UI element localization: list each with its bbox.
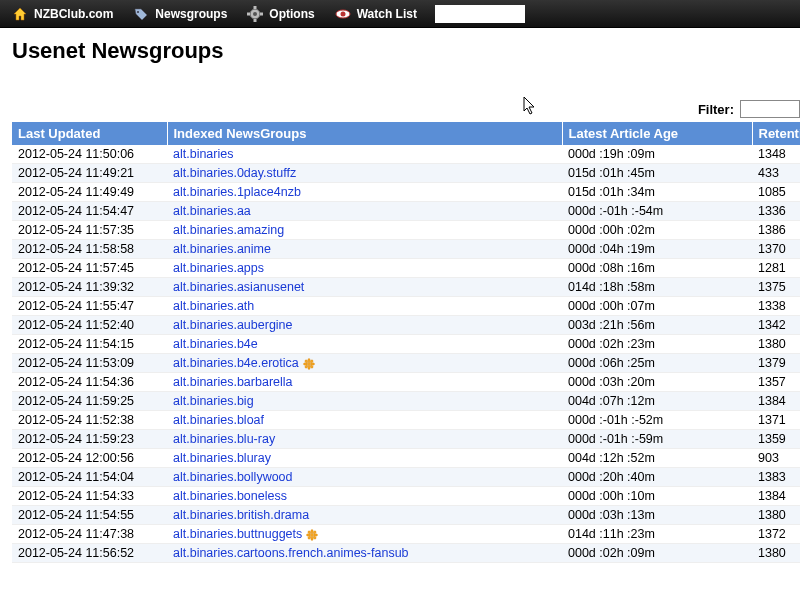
cell-newsgroup: alt.binaries.boneless bbox=[167, 487, 562, 506]
cell-age: 000d :00h :10m bbox=[562, 487, 752, 506]
cell-age: 000d :00h :02m bbox=[562, 221, 752, 240]
newsgroup-link[interactable]: alt.binaries.british.drama bbox=[173, 508, 309, 522]
svg-point-12 bbox=[303, 363, 307, 365]
newsgroup-link[interactable]: alt.binaries.blu-ray bbox=[173, 432, 275, 446]
cell-newsgroup: alt.binaries.amazing bbox=[167, 221, 562, 240]
table-row: 2012-05-24 11:58:58alt.binaries.anime000… bbox=[12, 240, 800, 259]
newsgroup-link[interactable]: alt.binaries.anime bbox=[173, 242, 271, 256]
col-header-updated[interactable]: Last Updated bbox=[12, 122, 167, 145]
cell-retention: 1384 bbox=[752, 392, 800, 411]
cell-retention: 1085 bbox=[752, 183, 800, 202]
newsgroup-link[interactable]: alt.binaries.barbarella bbox=[173, 375, 293, 389]
newsgroup-link[interactable]: alt.binaries.ath bbox=[173, 299, 254, 313]
cell-updated: 2012-05-24 12:00:56 bbox=[12, 449, 167, 468]
cell-newsgroup: alt.binaries.cartoons.french.animes-fans… bbox=[167, 544, 562, 563]
cell-newsgroup: alt.binaries.aubergine bbox=[167, 316, 562, 335]
cell-age: 014d :11h :23m bbox=[562, 525, 752, 544]
cell-age: 000d :19h :09m bbox=[562, 145, 752, 164]
cell-updated: 2012-05-24 11:54:36 bbox=[12, 373, 167, 392]
cell-retention: 1380 bbox=[752, 544, 800, 563]
nav-options[interactable]: Options bbox=[241, 2, 326, 26]
newsgroup-link[interactable]: alt.binaries.cartoons.french.animes-fans… bbox=[173, 546, 409, 560]
cell-updated: 2012-05-24 11:54:47 bbox=[12, 202, 167, 221]
newsgroup-link[interactable]: alt.binaries.bollywood bbox=[173, 470, 293, 484]
cell-age: 000d :08h :16m bbox=[562, 259, 752, 278]
page-title: Usenet Newsgroups bbox=[0, 28, 800, 68]
table-row: 2012-05-24 11:49:49alt.binaries.1place4n… bbox=[12, 183, 800, 202]
newsgroup-link[interactable]: alt.binaries.bloaf bbox=[173, 413, 264, 427]
cell-updated: 2012-05-24 11:57:35 bbox=[12, 221, 167, 240]
cell-newsgroup: alt.binaries.bloaf bbox=[167, 411, 562, 430]
newsgroup-link[interactable]: alt.binaries.boneless bbox=[173, 489, 287, 503]
newsgroup-link[interactable]: alt.binaries.0day.stuffz bbox=[173, 166, 296, 180]
cell-updated: 2012-05-24 11:52:40 bbox=[12, 316, 167, 335]
cell-newsgroup: alt.binaries.big bbox=[167, 392, 562, 411]
col-header-age[interactable]: Latest Article Age bbox=[562, 122, 752, 145]
top-search-input[interactable] bbox=[435, 5, 525, 23]
table-row: 2012-05-24 11:54:55alt.binaries.british.… bbox=[12, 506, 800, 525]
newsgroup-link[interactable]: alt.binaries.asianusenet bbox=[173, 280, 304, 294]
nav-label: NZBClub.com bbox=[34, 7, 113, 21]
cell-retention: 1371 bbox=[752, 411, 800, 430]
tag-icon bbox=[133, 6, 149, 22]
newsgroup-link[interactable]: alt.binaries.aa bbox=[173, 204, 251, 218]
cell-retention: 1370 bbox=[752, 240, 800, 259]
newsgroup-link[interactable]: alt.binaries.apps bbox=[173, 261, 264, 275]
cell-age: 000d :03h :20m bbox=[562, 373, 752, 392]
top-navbar: NZBClub.com Newsgroups Options Watch Lis… bbox=[0, 0, 800, 28]
nav-label: Options bbox=[269, 7, 314, 21]
newsgroup-link[interactable]: alt.binaries bbox=[173, 147, 233, 161]
newsgroup-link[interactable]: alt.binaries.1place4nzb bbox=[173, 185, 301, 199]
cell-updated: 2012-05-24 11:53:09 bbox=[12, 354, 167, 373]
nav-newsgroups[interactable]: Newsgroups bbox=[127, 2, 239, 26]
filter-label: Filter: bbox=[698, 102, 734, 117]
cell-retention: 1380 bbox=[752, 335, 800, 354]
newsgroup-link[interactable]: alt.binaries.aubergine bbox=[173, 318, 293, 332]
cell-newsgroup: alt.binaries.ath bbox=[167, 297, 562, 316]
cell-age: 000d :00h :07m bbox=[562, 297, 752, 316]
table-row: 2012-05-24 11:54:36alt.binaries.barbarel… bbox=[12, 373, 800, 392]
cell-newsgroup: alt.binaries.b4e bbox=[167, 335, 562, 354]
col-header-name[interactable]: Indexed NewsGroups bbox=[167, 122, 562, 145]
cell-newsgroup: alt.binaries.aa bbox=[167, 202, 562, 221]
cell-updated: 2012-05-24 11:54:04 bbox=[12, 468, 167, 487]
cell-updated: 2012-05-24 11:55:47 bbox=[12, 297, 167, 316]
cell-updated: 2012-05-24 11:56:52 bbox=[12, 544, 167, 563]
cell-updated: 2012-05-24 11:54:15 bbox=[12, 335, 167, 354]
svg-point-8 bbox=[340, 11, 345, 16]
gear-icon bbox=[247, 6, 263, 22]
cell-newsgroup: alt.binaries.anime bbox=[167, 240, 562, 259]
newsgroup-link[interactable]: alt.binaries.big bbox=[173, 394, 254, 408]
cell-retention: 1348 bbox=[752, 145, 800, 164]
newsgroup-link[interactable]: alt.binaries.b4e bbox=[173, 337, 258, 351]
table-row: 2012-05-24 11:49:21alt.binaries.0day.stu… bbox=[12, 164, 800, 183]
cell-age: 000d :-01h :-59m bbox=[562, 430, 752, 449]
cell-age: 000d :03h :13m bbox=[562, 506, 752, 525]
table-row: 2012-05-24 11:55:47alt.binaries.ath000d … bbox=[12, 297, 800, 316]
cell-age: 000d :-01h :-54m bbox=[562, 202, 752, 221]
newsgroup-link[interactable]: alt.binaries.b4e.erotica bbox=[173, 356, 299, 370]
newsgroup-link[interactable]: alt.binaries.buttnuggets bbox=[173, 527, 302, 541]
cell-retention: 1383 bbox=[752, 468, 800, 487]
table-row: 2012-05-24 11:53:09alt.binaries.b4e.erot… bbox=[12, 354, 800, 373]
col-header-retention[interactable]: Retention bbox=[752, 122, 800, 145]
nav-label: Watch List bbox=[357, 7, 417, 21]
newsgroup-link[interactable]: alt.binaries.amazing bbox=[173, 223, 284, 237]
svg-point-22 bbox=[314, 534, 318, 536]
cell-age: 000d :02h :23m bbox=[562, 335, 752, 354]
table-row: 2012-05-24 11:50:06alt.binaries000d :19h… bbox=[12, 145, 800, 164]
newsgroup-link[interactable]: alt.binaries.bluray bbox=[173, 451, 271, 465]
nav-watchlist[interactable]: Watch List bbox=[329, 2, 429, 26]
filter-input[interactable] bbox=[740, 100, 800, 118]
eye-icon bbox=[335, 6, 351, 22]
filter-row: Filter: bbox=[12, 68, 800, 122]
cell-updated: 2012-05-24 11:49:49 bbox=[12, 183, 167, 202]
cell-retention: 1359 bbox=[752, 430, 800, 449]
cell-newsgroup: alt.binaries.blu-ray bbox=[167, 430, 562, 449]
cell-updated: 2012-05-24 11:39:32 bbox=[12, 278, 167, 297]
nav-home[interactable]: NZBClub.com bbox=[6, 2, 125, 26]
cell-age: 000d :20h :40m bbox=[562, 468, 752, 487]
svg-point-9 bbox=[307, 362, 310, 365]
table-row: 2012-05-24 11:52:38alt.binaries.bloaf000… bbox=[12, 411, 800, 430]
table-row: 2012-05-24 11:59:25alt.binaries.big004d … bbox=[12, 392, 800, 411]
